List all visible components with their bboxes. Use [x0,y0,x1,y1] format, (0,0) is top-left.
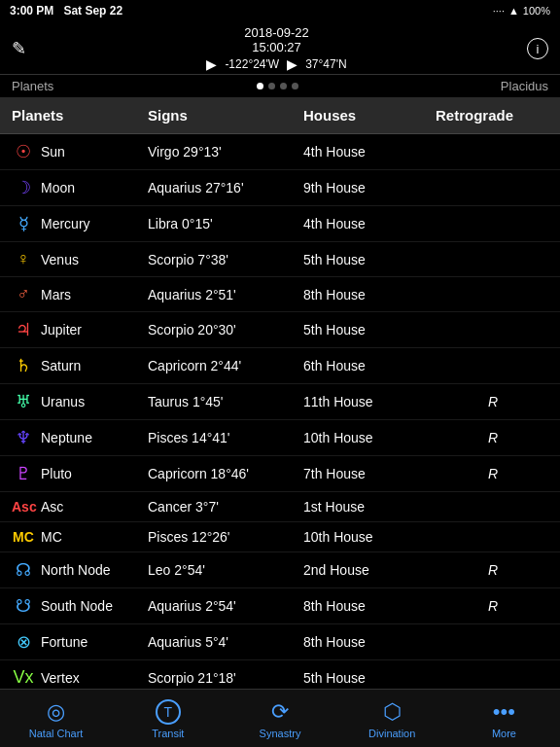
sign-cell-11: Pisces 12°26' [148,529,303,545]
planet-cell-2: ☿ Mercury [12,213,148,234]
nav-synastry[interactable]: ⟳ Synastry [224,695,335,743]
house-cell-5: 5th House [303,322,420,338]
planet-name-15: Vertex [41,670,80,686]
planet-name-7: Uranus [41,394,85,409]
sign-cell-14: Aquarius 5°4' [148,634,303,650]
retro-cell-12: R [420,562,517,578]
natal-chart-icon: ◎ [47,699,65,725]
planets-table: ☉ Sun Virgo 29°13' 4th House ☽ Moon Aqua… [0,134,560,687]
transit-icon: T [156,699,181,725]
planet-cell-5: ♃ Jupiter [12,319,148,340]
table-row[interactable]: ♃ Jupiter Scorpio 20°30' 5th House [0,312,560,348]
table-row[interactable]: MC MC Pisces 12°26' 10th House [0,522,560,552]
sub-nav: Planets Placidus [0,75,560,97]
synastry-icon: ⟳ [271,699,289,725]
house-cell-3: 5th House [303,252,420,267]
house-cell-11: 10th House [303,529,420,545]
table-row[interactable]: ☊ North Node Leo 2°54' 2nd House R [0,552,560,588]
house-cell-0: 4th House [303,144,420,160]
dot-1[interactable] [257,83,263,89]
house-cell-2: 4th House [303,216,420,231]
dot-3[interactable] [280,83,287,89]
retro-cell-8: R [420,430,517,445]
table-row[interactable]: ☋ South Node Aquarius 2°54' 8th House R [0,588,560,624]
planet-symbol-8: ♆ [12,427,35,448]
sign-cell-7: Taurus 1°45' [148,394,303,409]
planet-symbol-13: ☋ [12,595,35,617]
planet-name-9: Pluto [41,466,72,481]
table-row[interactable]: ☽ Moon Aquarius 27°16' 9th House [0,170,560,206]
planet-name-8: Neptune [41,430,92,445]
natal-chart-label: Natal Chart [29,728,84,739]
transit-label: Transit [152,728,184,739]
wifi-icon: ▲ [508,5,519,17]
planet-name-14: Fortune [41,634,88,650]
top-nav: ✎ 2018-09-2215:00:27 ▶ -122°24'W ▶ 37°47… [0,21,560,75]
nav-more[interactable]: ••• More [448,695,560,743]
sign-cell-5: Scorpio 20°30' [148,322,303,338]
house-cell-13: 8th House [303,598,420,614]
nav-center: 2018-09-2215:00:27 ▶ -122°24'W ▶ 37°47'N [206,25,346,72]
dot-2[interactable] [268,83,275,89]
house-cell-12: 2nd House [303,562,420,578]
table-row[interactable]: ☿ Mercury Libra 0°15' 4th House [0,206,560,242]
table-row[interactable]: ♅ Uranus Taurus 1°45' 11th House R [0,384,560,420]
planet-cell-8: ♆ Neptune [12,427,148,448]
table-row[interactable]: Vx Vertex Scorpio 21°18' 5th House [0,660,560,687]
planet-name-10: Asc [41,499,63,515]
page-dots [257,83,298,89]
planet-cell-4: ♂ Mars [12,284,148,304]
planet-symbol-3: ♀ [12,249,35,269]
planet-name-12: North Node [41,562,111,578]
battery-indicator: 100% [523,5,550,17]
table-row[interactable]: ♂ Mars Aquarius 2°51' 8th House [0,277,560,312]
col-header-retrograde: Retrograde [420,107,517,124]
planet-cell-12: ☊ North Node [12,559,148,581]
house-cell-15: 5th House [303,670,420,686]
planet-symbol-9: ♇ [12,463,35,484]
sign-cell-13: Aquarius 2°54' [148,598,303,614]
play-button-2[interactable]: ▶ [287,56,298,72]
divination-icon: ⬡ [383,699,402,725]
planet-cell-15: Vx Vertex [12,667,148,687]
table-row[interactable]: ⊗ Fortune Aquarius 5°4' 8th House [0,624,560,660]
retro-cell-7: R [420,394,517,409]
sign-cell-15: Scorpio 21°18' [148,670,303,686]
retro-cell-9: R [420,466,517,481]
house-cell-8: 10th House [303,430,420,445]
table-row[interactable]: ☉ Sun Virgo 29°13' 4th House [0,134,560,170]
divination-label: Divination [368,728,415,739]
signal-icon: ···· [493,5,505,17]
planet-symbol-5: ♃ [12,319,35,340]
more-icon: ••• [493,699,515,725]
dot-4[interactable] [292,83,298,89]
table-row[interactable]: ♀ Venus Scorpio 7°38' 5th House [0,242,560,277]
nav-natal-chart[interactable]: ◎ Natal Chart [0,695,112,743]
table-row[interactable]: ♆ Neptune Pisces 14°41' 10th House R [0,420,560,456]
sign-cell-1: Aquarius 27°16' [148,180,303,196]
play-button-1[interactable]: ▶ [206,56,217,72]
sign-cell-2: Libra 0°15' [148,216,303,231]
col-header-planets: Planets [12,107,148,124]
nav-divination[interactable]: ⬡ Divination [336,695,448,743]
nav-transit[interactable]: T Transit [112,695,224,743]
info-button[interactable]: i [527,38,548,59]
planet-cell-6: ♄ Saturn [12,355,148,376]
table-row[interactable]: ♄ Saturn Capricorn 2°44' 6th House [0,348,560,384]
house-cell-6: 6th House [303,358,420,374]
planet-cell-9: ♇ Pluto [12,463,148,484]
planet-symbol-2: ☿ [12,213,35,234]
table-row[interactable]: ♇ Pluto Capricorn 18°46' 7th House R [0,456,560,492]
coords-display: ▶ -122°24'W ▶ 37°47'N [206,56,346,72]
planet-cell-7: ♅ Uranus [12,391,148,412]
edit-button[interactable]: ✎ [12,38,26,59]
sign-cell-3: Scorpio 7°38' [148,252,303,267]
planet-cell-13: ☋ South Node [12,595,148,617]
col-header-houses: Houses [303,107,420,124]
planet-cell-1: ☽ Moon [12,177,148,198]
table-row[interactable]: Asc Asc Cancer 3°7' 1st House [0,492,560,522]
longitude: -122°24'W [225,57,279,71]
status-time: 3:00 PM Sat Sep 22 [10,4,122,18]
house-cell-1: 9th House [303,180,420,196]
house-cell-9: 7th House [303,466,420,481]
